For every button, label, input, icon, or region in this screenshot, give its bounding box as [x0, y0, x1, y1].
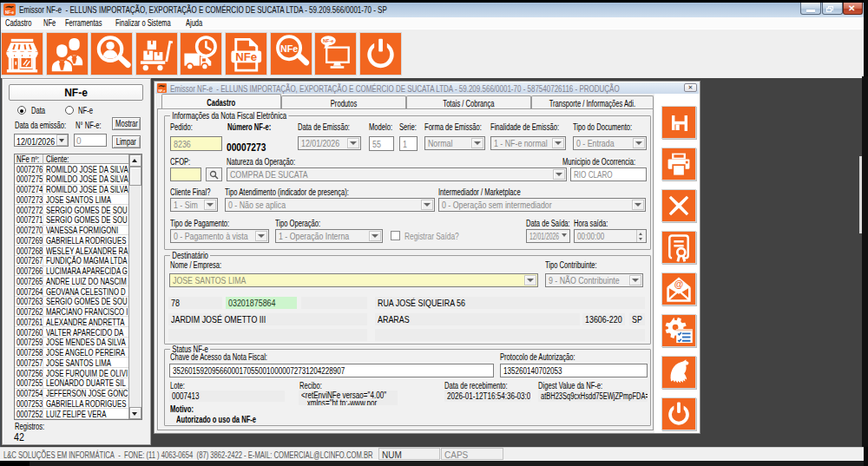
svg-text:NFe: NFe	[279, 43, 297, 54]
svg-text:NFe: NFe	[235, 50, 257, 63]
svg-text:@: @	[674, 279, 683, 289]
svg-text:NF-e: NF-e	[159, 89, 166, 93]
svg-text:NF-e: NF-e	[5, 10, 14, 15]
svg-text:NF-e: NF-e	[323, 38, 333, 43]
